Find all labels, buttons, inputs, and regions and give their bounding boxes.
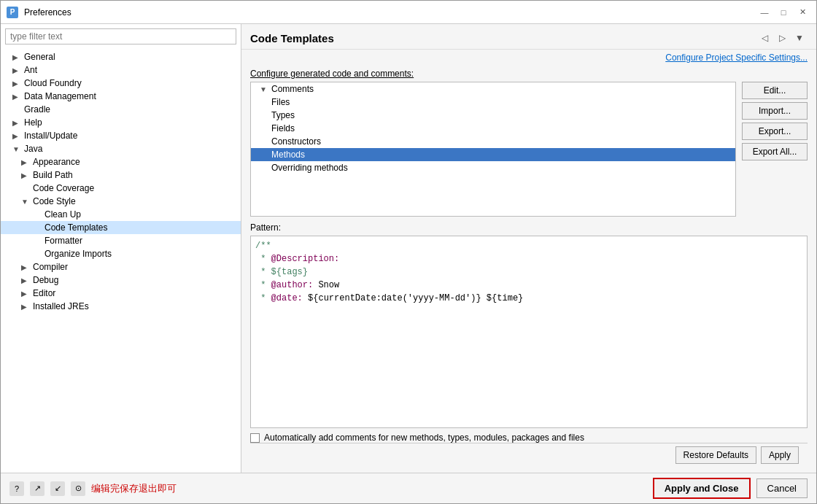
footer-right: Apply and Close Cancel [653,478,808,499]
tree-label: Clean Up [44,209,81,220]
window-controls: — □ ✕ [756,4,810,20]
tree-container: ▶ General ▶ Ant ▶ Cloud Foundry ▶ Data M… [1,49,241,473]
panel-title: Code Templates [250,32,334,44]
chevron-right-icon: ▶ [12,93,21,101]
maximize-button[interactable]: □ [775,4,791,20]
list-item-methods[interactable]: Methods [251,148,735,161]
apply-and-close-button[interactable]: Apply and Close [653,478,751,499]
tree-label: Ant [24,65,37,75]
right-panel: Code Templates ◁ ▷ ▼ Configure Project S… [241,24,816,473]
tree-item-organize-imports[interactable]: ▶ Organize Imports [1,247,241,260]
minimize-button[interactable]: — [756,4,773,20]
tree-item-editor[interactable]: ▶ Editor [1,287,241,300]
tree-item-general[interactable]: ▶ General [1,50,241,63]
tree-label: Help [24,117,42,128]
tree-item-gradle[interactable]: ▶ Gradle [1,103,241,116]
tree-label: Formatter [44,236,82,246]
tree-item-java[interactable]: ▼ Java [1,142,241,155]
footer-message: 编辑完保存退出即可 [91,482,177,495]
code-line-5: * @date: ${currentDate:date('yyyy-MM-dd'… [255,292,802,305]
list-label: Methods [271,150,305,160]
edit-button[interactable]: Edit... [742,82,808,99]
filter-input[interactable] [5,28,236,44]
left-panel: ▶ General ▶ Ant ▶ Cloud Foundry ▶ Data M… [1,24,241,473]
export-prefs-icon[interactable]: ↗ [30,481,44,496]
list-label: Types [271,110,295,120]
tree-item-cloud-foundry[interactable]: ▶ Cloud Foundry [1,77,241,90]
tree-item-code-coverage[interactable]: ▶ Code Coverage [1,182,241,195]
list-item-overriding-methods[interactable]: Overriding methods [251,161,735,174]
bottom-bar: Restore Defaults Apply [250,443,808,467]
dropdown-button[interactable]: ▼ [791,30,808,46]
apply-button[interactable]: Apply [761,446,799,464]
nav-controls: ◁ ▷ ▼ [756,30,808,46]
export-button[interactable]: Export... [742,123,808,140]
tree-label: Organize Imports [44,249,112,259]
auto-comment-checkbox[interactable] [250,433,260,443]
settings-icon[interactable]: ⊙ [71,481,85,496]
back-button[interactable]: ◁ [756,30,773,46]
list-item-comments[interactable]: ▼ Comments [251,82,735,96]
help-icon[interactable]: ? [9,481,24,496]
list-item-files[interactable]: Files [251,96,735,109]
tree-item-installed-jres[interactable]: ▶ Installed JREs [1,300,241,313]
tree-label: Appearance [33,157,80,167]
chevron-right-icon: ▶ [12,53,21,61]
right-header: Code Templates ◁ ▷ ▼ [241,24,816,50]
tree-label: Installed JREs [33,301,89,311]
tree-label: Code Coverage [33,183,94,193]
export-all-button[interactable]: Export All... [742,143,808,160]
code-line-2: * @Description: [255,252,802,265]
close-button[interactable]: ✕ [794,4,810,20]
tree-label: Java [24,144,42,154]
restore-defaults-button[interactable]: Restore Defaults [675,446,756,464]
tree-label: Install/Update [24,131,77,141]
list-item-fields[interactable]: Fields [251,122,735,135]
section-label: Configure generated code and comments: [250,69,808,79]
auto-comment-row: Automatically add comments for new metho… [250,433,808,443]
tree-item-help[interactable]: ▶ Help [1,116,241,129]
tree-item-debug[interactable]: ▶ Debug [1,274,241,287]
chevron-right-icon: ▶ [21,263,30,271]
tree-label: Compiler [33,262,68,272]
tree-item-clean-up[interactable]: ▶ Clean Up [1,208,241,221]
tree-label: General [24,52,55,62]
list-label: Comments [271,84,314,94]
tree-label: Cloud Foundry [24,78,82,88]
tree-item-appearance[interactable]: ▶ Appearance [1,155,241,168]
tree-item-code-style[interactable]: ▼ Code Style [1,195,241,208]
tree-label: Code Style [33,196,76,206]
footer: ? ↗ ↙ ⊙ 编辑完保存退出即可 Apply and Close Cancel [1,473,816,503]
chevron-right-icon: ▶ [21,171,30,179]
app-icon: P [7,7,18,18]
chevron-right-icon: ▶ [12,66,21,74]
chevron-down-icon: ▼ [260,85,268,93]
bottom-bar-right: Restore Defaults Apply [675,446,799,464]
list-label: Files [271,97,290,107]
preferences-window: P Preferences — □ ✕ ▶ General ▶ Ant [0,0,817,504]
tree-item-code-templates[interactable]: ▶ Code Templates [1,221,241,234]
list-label: Fields [271,123,295,133]
tree-label: Build Path [33,170,73,180]
tree-label: Data Management [24,91,96,101]
forward-button[interactable]: ▷ [774,30,790,46]
cancel-button[interactable]: Cancel [756,478,808,498]
pattern-editor[interactable]: /** * @Description: * ${tags} * @author:… [250,236,808,428]
auto-comment-label: Automatically add comments for new metho… [264,433,584,443]
tree-item-ant[interactable]: ▶ Ant [1,63,241,77]
list-item-types[interactable]: Types [251,109,735,122]
code-line-4: * @author: Snow [255,279,802,292]
tree-item-formatter[interactable]: ▶ Formatter [1,234,241,247]
tree-item-compiler[interactable]: ▶ Compiler [1,260,241,274]
chevron-right-icon: ▶ [21,290,30,298]
import-button[interactable]: Import... [742,102,808,120]
configure-project-link[interactable]: Configure Project Specific Settings... [241,50,816,66]
tree-item-install-update[interactable]: ▶ Install/Update [1,129,241,142]
tree-item-data-management[interactable]: ▶ Data Management [1,90,241,103]
import-prefs-icon[interactable]: ↙ [50,481,65,496]
tree-item-build-path[interactable]: ▶ Build Path [1,168,241,182]
list-item-constructors[interactable]: Constructors [251,135,735,148]
template-tree-list[interactable]: ▼ Comments Files Types Fields [250,82,736,217]
list-label: Constructors [271,136,321,147]
pattern-label: Pattern: [250,222,808,233]
